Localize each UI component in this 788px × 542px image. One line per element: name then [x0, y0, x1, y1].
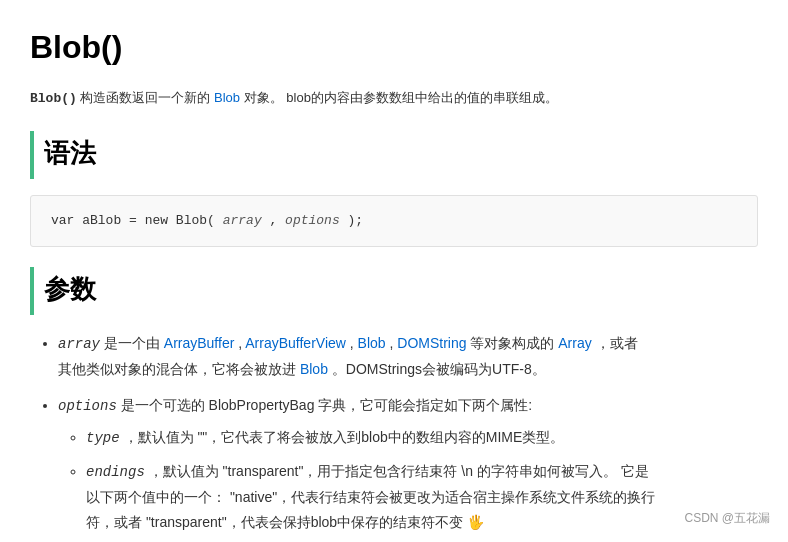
params-list: array 是一个由 ArrayBuffer , ArrayBufferView…	[30, 331, 758, 535]
array-desc: 是一个由	[104, 335, 164, 351]
type-desc: ，默认值为 ""，它代表了将会被放入到blob中的数组内容的MIME类型。	[124, 429, 565, 445]
intro-text-2: 对象。 blob的内容由参数数组中给出的值的串联组成。	[244, 90, 558, 105]
intro-text-1: 构造函数返回一个新的	[80, 90, 214, 105]
params-section: array 是一个由 ArrayBuffer , ArrayBufferView…	[30, 331, 758, 535]
endings-desc: ，默认值为 "transparent"，用于指定包含行结束符 \n 的字符串如何…	[86, 463, 655, 530]
blob-constructor-code: Blob()	[30, 91, 77, 106]
code-comma: ,	[270, 213, 286, 228]
array-desc4: 。DOMStrings会被编码为UTF-8。	[332, 361, 546, 377]
options-param: options	[285, 213, 340, 228]
code-text-2: Blob(	[176, 213, 223, 228]
list-item: options 是一个可选的 BlobPropertyBag 字典，它可能会指定…	[58, 393, 758, 536]
domstring-link[interactable]: DOMString	[397, 335, 466, 352]
watermark: CSDN @五花漏	[684, 508, 770, 528]
list-item: endings ，默认值为 "transparent"，用于指定包含行结束符 \…	[86, 459, 758, 536]
options-param-name: options	[58, 398, 117, 414]
comma2: ,	[350, 335, 358, 351]
params-title: 参数	[30, 267, 758, 315]
new-keyword: new	[145, 213, 168, 228]
type-param-name: type	[86, 430, 120, 446]
options-desc: 是一个可选的 BlobPropertyBag 字典，它可能会指定如下两个属性:	[121, 397, 533, 413]
var-keyword: var	[51, 213, 74, 228]
blob-link[interactable]: Blob	[214, 90, 240, 106]
syntax-title: 语法	[30, 131, 758, 179]
arraybuffer-link[interactable]: ArrayBuffer	[164, 335, 235, 352]
sub-list: type ，默认值为 ""，它代表了将会被放入到blob中的数组内容的MIME类…	[58, 425, 758, 536]
list-item: array 是一个由 ArrayBuffer , ArrayBufferView…	[58, 331, 758, 382]
endings-param-name: endings	[86, 464, 145, 480]
blob-link3[interactable]: Blob	[300, 361, 328, 378]
array-param: array	[223, 213, 262, 228]
array-desc2: 等对象构成的	[470, 335, 558, 351]
array-param-name: array	[58, 336, 100, 352]
intro-paragraph: Blob() 构造函数返回一个新的 Blob 对象。 blob的内容由参数数组中…	[30, 86, 758, 110]
list-item: type ，默认值为 ""，它代表了将会被放入到blob中的数组内容的MIME类…	[86, 425, 758, 451]
code-block-wrapper: var aBlob = new Blob( array , options );	[30, 195, 758, 247]
arraybufferview-link[interactable]: ArrayBufferView	[245, 335, 346, 352]
blob-link2[interactable]: Blob	[358, 335, 386, 352]
code-text: aBlob =	[82, 213, 144, 228]
page-title: Blob()	[30, 20, 758, 74]
syntax-code: var aBlob = new Blob( array , options );	[51, 210, 737, 232]
code-end: );	[348, 213, 364, 228]
array-link[interactable]: Array	[558, 335, 591, 352]
